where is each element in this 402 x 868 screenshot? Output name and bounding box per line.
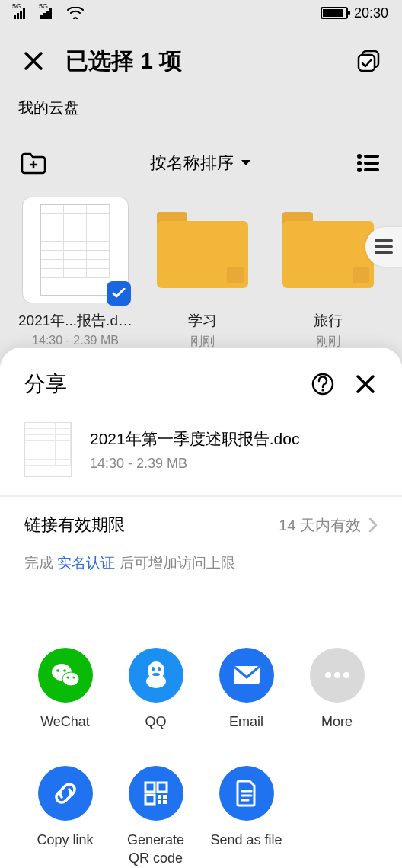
svg-rect-31 [145, 795, 155, 804]
link-validity-value: 14 天内有效 [279, 515, 361, 536]
file-thumbnail [22, 197, 129, 303]
share-more[interactable]: More [292, 648, 382, 731]
action-copy-link[interactable]: Copy link [20, 766, 110, 867]
wifi-icon [67, 7, 84, 19]
net-label-2: 5G [39, 2, 48, 10]
svg-point-23 [158, 667, 161, 671]
file-tile[interactable]: 2021年...报告.doc 14:30 - 2.39 MB [18, 197, 132, 350]
svg-point-19 [72, 677, 75, 679]
sheet-file-name: 2021年第一季度述职报告.doc [90, 428, 299, 450]
file-tile[interactable]: 学习 刚刚 [146, 197, 258, 350]
svg-rect-32 [158, 795, 161, 799]
help-button[interactable] [308, 369, 338, 399]
auth-note: 完成 实名认证 后可增加访问上限 [0, 553, 402, 594]
action-qr-code[interactable]: Generate QR code [110, 766, 201, 867]
select-all-button[interactable] [353, 46, 384, 76]
doc-preview-icon [40, 204, 110, 296]
svg-rect-29 [145, 783, 155, 792]
svg-rect-8 [375, 239, 393, 242]
svg-point-12 [321, 389, 324, 391]
close-sheet-button[interactable] [350, 369, 381, 399]
share-label: Copy link [37, 831, 93, 849]
selection-title: 已选择 1 项 [65, 46, 337, 77]
file-grid: 2021年...报告.doc 14:30 - 2.39 MB 学习 刚刚 旅行 … [0, 197, 402, 350]
file-icon [219, 766, 274, 821]
doc-thumb-icon [24, 422, 72, 477]
svg-point-28 [343, 672, 349, 678]
share-label: WeChat [40, 713, 90, 731]
share-sheet: 分享 2021年第一季度述职报告.doc 14:30 - 2.39 MB [0, 348, 402, 868]
folder-icon [282, 212, 374, 288]
toolbar: 按名称排序 [0, 142, 402, 184]
chevron-down-icon [240, 159, 252, 168]
svg-rect-3 [364, 155, 379, 158]
share-qq[interactable]: QQ [110, 648, 201, 731]
clock: 20:30 [354, 5, 388, 21]
link-icon [38, 766, 93, 821]
link-validity-label: 链接有效期限 [24, 514, 271, 536]
svg-rect-7 [364, 168, 379, 171]
screen: 5G 5G 20:30 已选择 1 项 我的云盘 [0, 0, 402, 868]
svg-point-24 [152, 673, 160, 676]
svg-point-18 [66, 677, 69, 679]
svg-rect-5 [364, 162, 379, 165]
svg-rect-30 [158, 783, 167, 792]
share-wechat[interactable]: WeChat [20, 648, 110, 731]
side-menu-button[interactable] [365, 227, 402, 267]
file-meta: 14:30 - 2.39 MB [32, 334, 119, 348]
realname-auth-link[interactable]: 实名认证 [57, 555, 115, 571]
share-label: Send as file [210, 831, 282, 849]
sheet-file-meta: 14:30 - 2.39 MB [90, 456, 299, 472]
selection-header: 已选择 1 项 [0, 38, 402, 84]
share-label: QQ [145, 713, 166, 731]
sort-button[interactable]: 按名称排序 [49, 152, 353, 175]
close-selection-button[interactable] [18, 46, 49, 76]
sheet-file-info: 2021年第一季度述职报告.doc 14:30 - 2.39 MB [0, 408, 402, 495]
svg-rect-1 [359, 55, 375, 71]
signal-1-icon: 5G [14, 8, 25, 19]
svg-rect-35 [163, 800, 167, 804]
svg-rect-9 [375, 245, 393, 248]
link-validity-row[interactable]: 链接有效期限 14 天内有效 [0, 497, 402, 553]
sort-label: 按名称排序 [150, 152, 234, 175]
svg-point-4 [357, 161, 362, 165]
more-icon [310, 648, 365, 703]
menu-icon [375, 239, 393, 255]
status-left: 5G 5G [14, 7, 84, 19]
auth-suffix: 后可增加访问上限 [115, 555, 234, 571]
qr-icon [129, 766, 183, 821]
svg-rect-34 [158, 800, 161, 804]
svg-point-16 [56, 669, 59, 672]
file-name: 2021年...报告.doc [18, 311, 132, 331]
share-grid: WeChat QQ Email More [0, 594, 402, 868]
file-name: 学习 [188, 311, 217, 331]
file-name: 旅行 [314, 311, 343, 331]
email-icon [219, 648, 274, 703]
share-email[interactable]: Email [201, 648, 292, 731]
svg-point-27 [334, 672, 340, 678]
view-toggle-button[interactable] [353, 148, 384, 178]
svg-point-22 [152, 667, 155, 671]
selected-check-icon [107, 281, 131, 306]
net-label-1: 5G [12, 2, 21, 10]
auth-prefix: 完成 [24, 555, 57, 571]
status-bar: 5G 5G 20:30 [0, 0, 402, 26]
sheet-file-text: 2021年第一季度述职报告.doc 14:30 - 2.39 MB [90, 428, 299, 472]
folder-thumbnail [149, 197, 256, 303]
share-label: Generate QR code [127, 831, 184, 867]
share-label: More [321, 713, 353, 731]
battery-icon [321, 7, 348, 19]
svg-rect-10 [375, 251, 393, 254]
action-send-file[interactable]: Send as file [201, 766, 292, 867]
svg-point-2 [357, 154, 362, 159]
new-folder-button[interactable] [18, 148, 49, 178]
svg-point-26 [325, 672, 331, 678]
svg-point-21 [146, 674, 166, 688]
signal-2-icon: 5G [40, 8, 52, 19]
file-tile[interactable]: 旅行 刚刚 [272, 197, 384, 350]
breadcrumb[interactable]: 我的云盘 [18, 98, 79, 118]
svg-rect-33 [163, 795, 167, 799]
svg-point-17 [63, 669, 66, 672]
svg-point-6 [357, 168, 362, 172]
qq-icon [129, 648, 183, 703]
